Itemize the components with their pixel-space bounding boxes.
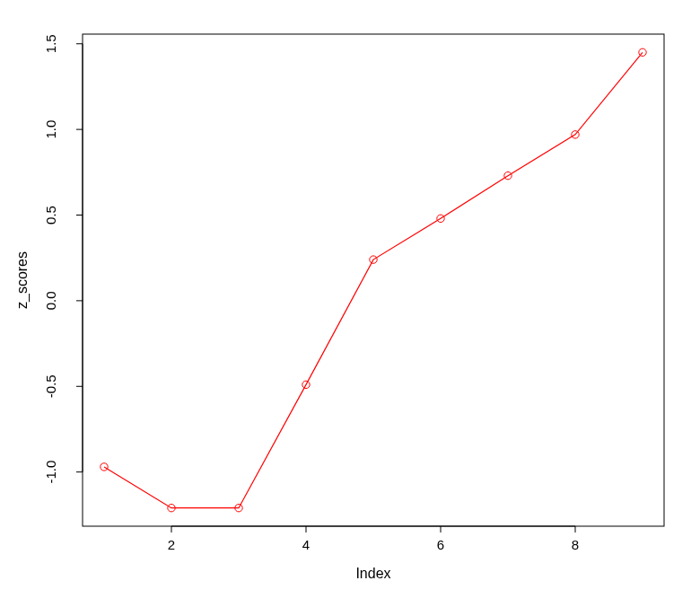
plot-box xyxy=(83,34,664,526)
y-tick-label: -1.0 xyxy=(43,461,58,484)
x-tick-label: 4 xyxy=(302,537,310,552)
x-tick-label: 2 xyxy=(168,537,175,552)
chart-svg: 2468 -1.0-0.50.00.51.01.5 Index z_scores xyxy=(0,0,691,616)
y-tick-label: -0.5 xyxy=(43,374,58,398)
y-tick-label: 1.0 xyxy=(43,120,58,139)
y-axis-label: z_scores xyxy=(14,251,31,309)
data-points-group xyxy=(101,48,646,512)
y-tick-label: 1.5 xyxy=(43,34,58,53)
y-tick-label: 0.5 xyxy=(43,206,58,224)
x-ticks-group: 2468 xyxy=(168,526,579,552)
y-ticks-group: -1.0-0.50.00.51.01.5 xyxy=(43,34,83,483)
data-line xyxy=(104,52,643,507)
chart-container: 2468 -1.0-0.50.00.51.01.5 Index z_scores xyxy=(0,0,691,616)
x-tick-label: 8 xyxy=(572,537,579,552)
data-point xyxy=(639,48,646,56)
y-tick-label: 0.0 xyxy=(43,291,58,310)
x-tick-label: 6 xyxy=(437,537,444,552)
x-axis-label: Index xyxy=(355,566,390,581)
